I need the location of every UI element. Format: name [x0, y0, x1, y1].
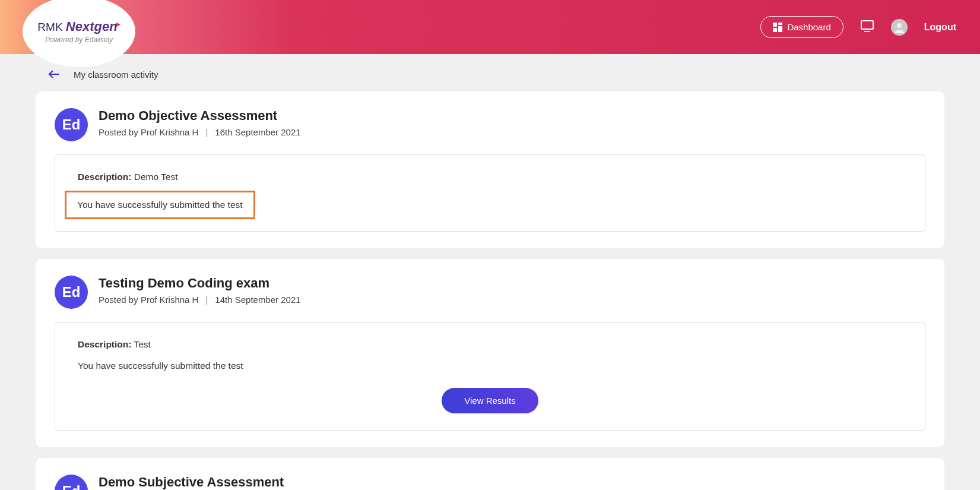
ed-badge: Ed [55, 276, 88, 309]
logo-subtitle: Powered by Edwisely [45, 36, 113, 44]
dashboard-button[interactable]: Dashboard [760, 16, 843, 38]
highlight-annotation: You have successfully submitted the test [65, 191, 255, 219]
breadcrumb-title: My classroom activity [74, 69, 158, 80]
card-date: 16th September 2021 [215, 127, 300, 137]
svg-rect-2 [778, 26, 782, 32]
card-body: Description: Test You have successfully … [55, 322, 925, 431]
card-title: Demo Subjective Assessment [99, 475, 284, 490]
card-date: 14th September 2021 [215, 295, 300, 305]
card-header: Ed Demo Objective Assessment Posted by P… [55, 108, 925, 141]
logout-link[interactable]: Logout [924, 22, 956, 33]
breadcrumb: My classroom activity [36, 54, 944, 91]
view-results-button[interactable]: View Results [442, 388, 538, 413]
svg-rect-3 [773, 28, 777, 32]
description-value: Test [134, 339, 150, 349]
back-arrow-icon[interactable] [47, 69, 61, 80]
main-content: My classroom activity Ed Demo Objective … [0, 54, 980, 490]
activity-card: Ed Demo Subjective Assessment [36, 458, 944, 490]
header-actions: Dashboard Logout [760, 16, 956, 38]
card-header-text: Testing Demo Coding exam Posted by Prof … [99, 276, 301, 305]
avatar[interactable] [891, 19, 908, 36]
ed-badge: Ed [55, 108, 88, 141]
card-meta: Posted by Prof Krishna H | 14th Septembe… [99, 295, 301, 305]
dashboard-label: Dashboard [787, 22, 830, 32]
svg-rect-0 [773, 23, 777, 27]
card-header: Ed Demo Subjective Assessment [55, 475, 925, 490]
description-label: Description: [78, 339, 131, 349]
description-line: Description: Test [78, 339, 902, 350]
status-text: You have successfully submitted the test [77, 200, 243, 210]
svg-rect-1 [778, 23, 782, 25]
ed-badge: Ed [55, 475, 88, 490]
logo-main-word: Nextgen [66, 19, 118, 34]
logo-text: RMK Nextgen▸ [37, 19, 120, 34]
posted-by: Posted by Prof Krishna H [99, 295, 198, 305]
meta-divider: | [205, 127, 208, 137]
description-line: Description: Demo Test [78, 172, 902, 182]
card-header-text: Demo Objective Assessment Posted by Prof… [99, 108, 301, 137]
logo-arrow-icon: ▸ [116, 19, 120, 29]
card-meta: Posted by Prof Krishna H | 16th Septembe… [99, 127, 301, 137]
activity-card: Ed Testing Demo Coding exam Posted by Pr… [36, 259, 944, 447]
card-title: Demo Objective Assessment [99, 108, 301, 124]
svg-point-6 [897, 23, 902, 28]
status-text: You have successfully submitted the test [78, 361, 902, 371]
monitor-icon[interactable] [860, 20, 874, 35]
svg-rect-4 [861, 21, 873, 29]
activity-card: Ed Demo Objective Assessment Posted by P… [36, 91, 944, 248]
grid-icon [773, 23, 782, 32]
logo-prefix: RMK [37, 21, 62, 33]
app-header: RMK Nextgen▸ Powered by Edwisely Dashboa… [0, 0, 980, 54]
description-label: Description: [78, 172, 131, 182]
meta-divider: | [205, 295, 208, 305]
card-body: Description: Demo Test You have successf… [55, 154, 925, 232]
posted-by: Posted by Prof Krishna H [99, 127, 198, 137]
description-value: Demo Test [134, 172, 178, 182]
card-header: Ed Testing Demo Coding exam Posted by Pr… [55, 276, 925, 309]
card-title: Testing Demo Coding exam [99, 276, 301, 291]
card-header-text: Demo Subjective Assessment [99, 475, 284, 490]
